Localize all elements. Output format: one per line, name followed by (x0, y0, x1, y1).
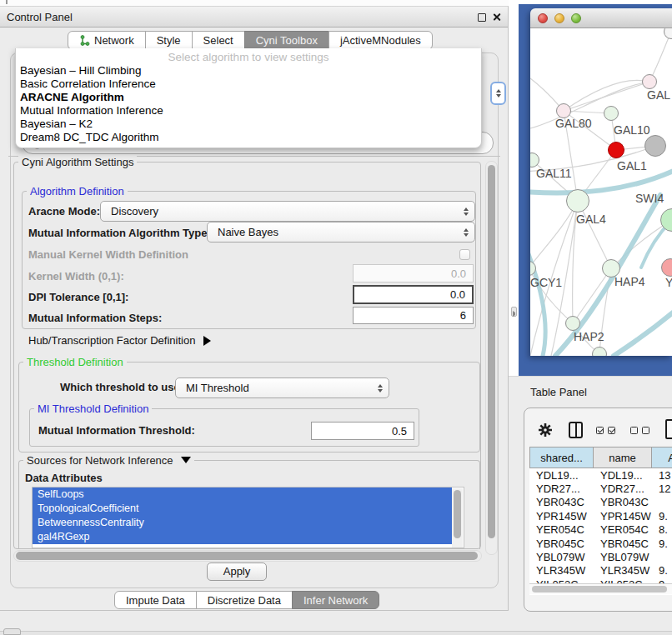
table-panel-title: Table Panel (530, 386, 587, 398)
tab-network[interactable]: Network (68, 31, 146, 50)
table-panel-section: Table Panel shared... (509, 376, 672, 631)
table-row[interactable]: YBR043CYBR043C (529, 496, 672, 509)
table-horizontal-scrollbar[interactable] (529, 583, 672, 594)
dpi-tolerance-field[interactable]: 0.0 (353, 285, 474, 304)
settings-vertical-scroll-thumb[interactable] (488, 165, 495, 538)
column-header-partial[interactable]: A (652, 447, 672, 468)
cell: YDR27... (594, 482, 652, 495)
combo-spinner-icon (464, 208, 469, 216)
table-row[interactable]: YBR045CYBR045C9. (529, 537, 672, 550)
control-panel-window: Control Panel Network Style Select Cyni … (0, 6, 509, 611)
table-row[interactable]: YLR345WYLR345W9. (529, 564, 672, 578)
gear-icon[interactable] (538, 422, 553, 438)
mi-steps-label: Mutual Information Steps: (28, 312, 162, 324)
node-GAL10[interactable] (604, 106, 619, 121)
document-icon[interactable] (665, 419, 672, 439)
table-row[interactable]: YDR27...YDR27...12 (529, 482, 672, 495)
top-edge-tick (6, 0, 8, 4)
algorithm-option-bayesian-hill-climbing[interactable]: Bayesian – Hill Climbing (16, 64, 481, 78)
settings-horizontal-scrollbar[interactable] (13, 550, 482, 562)
cell: 12 (652, 482, 672, 495)
kernel-width-field[interactable]: 0.0 (353, 264, 474, 282)
mi-algorithm-type-combo[interactable]: Naive Bayes (207, 222, 475, 242)
algorithm-option-aracne[interactable]: ARACNE Algorithm (16, 91, 481, 104)
settings-vertical-scrollbar[interactable] (485, 161, 498, 555)
node-unlabeled-5[interactable] (644, 135, 666, 157)
tab-jactivemnodules[interactable]: jActiveMNodules (328, 31, 433, 50)
node-HAP2[interactable] (565, 316, 580, 331)
close-icon[interactable] (492, 12, 501, 22)
attribute-list-scrollbar[interactable] (452, 488, 463, 548)
table-row[interactable]: YDL19...YDL19...13 (529, 468, 672, 482)
aracne-mode-combo[interactable]: Discovery (100, 201, 475, 222)
window-zoom-icon[interactable] (571, 13, 581, 23)
tab-cyni-toolbox[interactable]: Cyni Toolbox (244, 31, 329, 50)
tab-infer-network[interactable]: Infer Network (292, 591, 379, 609)
attribute-list-scroll-thumb[interactable] (454, 490, 461, 538)
data-attributes-list: SelfLoops TopologicalCoefficient Between… (32, 487, 464, 548)
mi-threshold-label: Mutual Information Threshold: (38, 424, 195, 437)
checked-box-icon (608, 427, 615, 434)
which-threshold-value: MI Threshold (186, 382, 249, 394)
list-item-topologicalcoefficient[interactable]: TopologicalCoefficient (33, 502, 452, 516)
table-row[interactable]: YPR145WYPR145W9. (529, 509, 672, 522)
split-pane-handle[interactable] (511, 307, 517, 317)
mi-steps-field[interactable]: 6 (353, 307, 474, 324)
algorithm-option-bayesian-k2[interactable]: Bayesian – K2 (16, 118, 481, 131)
tab-select[interactable]: Select (192, 31, 245, 50)
sources-group-title[interactable]: Sources for Network Inference (23, 454, 194, 467)
top-background-strip (0, 0, 509, 6)
mi-threshold-field[interactable]: 0.5 (311, 422, 414, 440)
node-label-HAP4: HAP4 (614, 275, 645, 288)
bottom-tab-bar: Impute Data Discretize Data Infer Networ… (114, 591, 379, 609)
network-view-window: GALGAL80GAL10GAL1GAL11GAL4SWI4HAP4YGCY1H… (530, 8, 672, 356)
manual-kernel-width-checkbox[interactable] (459, 249, 470, 260)
hub-definition-label: Hub/Transcription Factor Definition (28, 334, 195, 347)
tab-style[interactable]: Style (145, 31, 193, 50)
hub-definition-expander[interactable]: Hub/Transcription Factor Definition (28, 334, 211, 347)
table-row[interactable]: YER054CYER054C8. (529, 523, 672, 537)
aracne-mode-label: Aracne Mode: (28, 205, 100, 218)
network-window-titlebar[interactable] (530, 8, 672, 28)
node-GAL1[interactable] (608, 142, 624, 158)
combo-spinner-icon (464, 228, 469, 237)
window-close-icon[interactable] (538, 13, 548, 23)
column-header-name[interactable]: name (594, 447, 652, 468)
window-minimize-icon[interactable] (554, 13, 564, 23)
split-panel-icon[interactable] (569, 422, 583, 438)
algorithm-option-dream8[interactable]: Dream8 DC_TDC Algorithm (16, 131, 481, 144)
focused-combo-button[interactable] (490, 82, 506, 105)
cell: YBR045C (594, 538, 652, 550)
node-unlabeled-13[interactable] (592, 347, 607, 356)
settings-horizontal-scroll-thumb[interactable] (16, 552, 478, 560)
checked-box-icon (596, 427, 604, 434)
node-label-GAL11: GAL11 (536, 167, 572, 180)
list-item-gal4rgexp[interactable]: gal4RGexp (33, 530, 452, 544)
expand-right-icon (203, 336, 211, 346)
apply-button[interactable]: Apply (207, 562, 267, 581)
kernel-width-label: Kernel Width (0,1): (28, 270, 124, 282)
algorithm-option-basic-correlation[interactable]: Basic Correlation Inference (16, 78, 481, 91)
table-horizontal-scroll-thumb[interactable] (532, 586, 667, 592)
table-body: YDL19...YDL19...13 YDR27...YDR27...12 YB… (529, 468, 672, 592)
threshold-definition-title: Threshold Definition (23, 356, 127, 368)
control-panel-tab-bar: Network Style Select Cyni Toolbox jActiv… (68, 31, 433, 50)
tab-discretize-data[interactable]: Discretize Data (196, 591, 293, 609)
algorithm-option-mutual-information[interactable]: Mutual Information Inference (16, 104, 481, 118)
list-item-betweennesscentrality[interactable]: BetweennessCentrality (33, 516, 452, 530)
hide-columns-icon[interactable] (630, 427, 649, 434)
column-header-shared-name[interactable]: shared... (529, 447, 594, 468)
list-item-selfloops[interactable]: SelfLoops (33, 488, 452, 502)
tab-impute-data[interactable]: Impute Data (114, 591, 197, 609)
node-GAL[interactable] (642, 74, 657, 89)
float-icon[interactable] (478, 13, 486, 22)
cutoff-bottom-icon (3, 628, 21, 635)
cell: YDL19... (529, 469, 594, 482)
table-row[interactable]: YBL079WYBL079W (529, 550, 672, 563)
show-checked-columns-icon[interactable] (596, 427, 615, 434)
node-GAL4[interactable] (566, 189, 589, 212)
cell: YBR043C (529, 496, 594, 508)
which-threshold-combo[interactable]: MI Threshold (175, 378, 389, 398)
network-canvas[interactable]: GALGAL80GAL10GAL1GAL11GAL4SWI4HAP4YGCY1H… (530, 28, 672, 356)
table-panel-container: shared... name A YDL19...YDL19...13 YDR2… (524, 408, 672, 612)
